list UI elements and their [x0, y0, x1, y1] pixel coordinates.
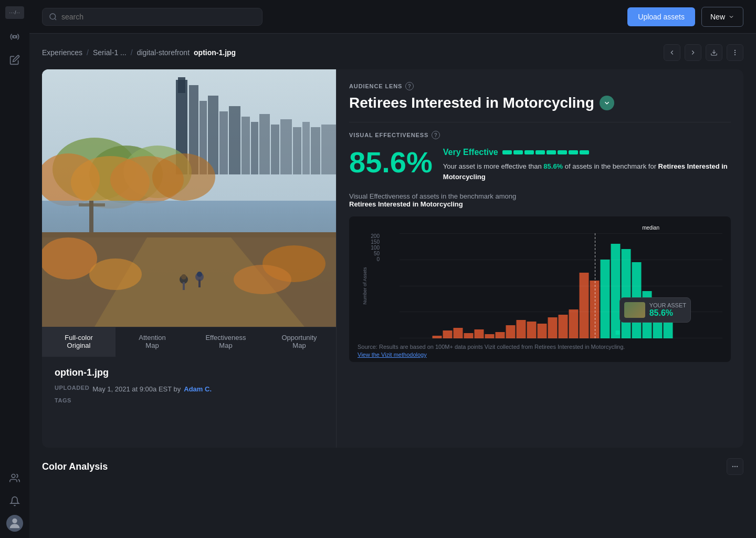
rating-bar-8	[580, 150, 589, 154]
breadcrumb-item-storefront[interactable]: digital-storefront	[137, 48, 190, 57]
tab-opportunity-map[interactable]: OpportunityMap	[262, 327, 336, 357]
svg-point-74	[737, 466, 738, 467]
bottom-actions	[727, 458, 743, 475]
svg-rect-62	[590, 281, 600, 338]
upload-assets-button[interactable]: Upload assets	[627, 7, 695, 26]
download-icon	[710, 49, 718, 56]
median-label: median	[642, 225, 659, 231]
asset-image	[42, 69, 336, 327]
svg-rect-51	[475, 329, 484, 338]
svg-rect-57	[538, 324, 547, 338]
breadcrumb-actions	[664, 44, 743, 61]
next-button[interactable]	[685, 44, 701, 61]
histogram-svg	[384, 233, 722, 338]
svg-point-73	[734, 466, 735, 467]
prev-button[interactable]	[664, 44, 680, 61]
new-button[interactable]: New	[701, 7, 743, 27]
svg-rect-64	[611, 244, 621, 338]
svg-rect-12	[219, 111, 228, 174]
svg-rect-69	[664, 323, 673, 338]
chart-title-bold: Retirees Interested in Motorcycling	[349, 200, 463, 208]
breadcrumb-item-serial[interactable]: Serial-1 ...	[93, 48, 127, 57]
svg-rect-42	[183, 282, 185, 290]
view-methodology-link[interactable]: View the Vizit methodology	[358, 351, 722, 358]
chevron-right-icon	[689, 49, 697, 56]
y-axis-label-container: Number of Assets	[358, 233, 368, 338]
visual-effectiveness-label: VISUAL EFFECTIVENESS ?	[349, 131, 731, 139]
sidebar-icon-bell[interactable]	[5, 492, 24, 511]
svg-rect-54	[506, 325, 516, 338]
search-box[interactable]	[42, 8, 262, 26]
svg-rect-34	[79, 203, 105, 206]
svg-point-0	[14, 36, 16, 38]
svg-point-7	[734, 55, 735, 55]
audience-title: Retirees Interested in Motorcycling	[349, 95, 731, 111]
rating-bar-5	[547, 150, 556, 154]
histogram-area: YOUR ASSET 85.6%	[384, 233, 722, 338]
rating-bar-3	[524, 150, 534, 154]
svg-point-3	[50, 14, 56, 19]
svg-rect-55	[517, 320, 526, 338]
svg-rect-22	[321, 125, 336, 174]
audience-lens-info-icon[interactable]: ?	[405, 82, 414, 90]
svg-point-72	[732, 466, 733, 467]
svg-rect-19	[293, 127, 301, 174]
tab-full-color[interactable]: Full-colorOriginal	[42, 327, 116, 357]
svg-rect-48	[443, 330, 453, 338]
chart-title: Visual Effectiveness of assets in the be…	[349, 192, 731, 208]
svg-rect-53	[496, 332, 505, 338]
svg-point-43	[181, 274, 186, 280]
breadcrumb-item-experiences[interactable]: Experiences	[42, 48, 82, 57]
bottom-header: Color Analysis	[42, 458, 743, 475]
topbar-actions: Upload assets New	[627, 7, 743, 27]
asset-meta: option-1.jpg UPLOADED May 1, 2021 at 9:0…	[42, 357, 336, 416]
breadcrumb: Experiences / Serial-1 ... / digital-sto…	[42, 34, 743, 69]
tab-effectiveness-map[interactable]: EffectivenessMap	[189, 327, 262, 357]
visual-effectiveness-info-icon[interactable]: ?	[432, 131, 440, 139]
rating-bar-4	[536, 150, 545, 154]
svg-point-40	[234, 265, 291, 294]
sidebar-icon-broadcast[interactable]	[5, 27, 24, 46]
svg-rect-49	[454, 328, 463, 338]
more-options-button[interactable]	[727, 44, 743, 61]
y-axis: 200 150 100 50 0	[368, 233, 384, 262]
download-button[interactable]	[706, 44, 722, 61]
audience-lens-label: AUDIENCE LENS ?	[349, 82, 731, 90]
bottom-more-button[interactable]	[727, 458, 743, 475]
chart-inner: Number of Assets 200 150 100 50 0	[358, 233, 722, 338]
audience-dropdown-button[interactable]	[600, 96, 614, 110]
ve-score: 85.6%	[349, 148, 433, 177]
tab-attention-map[interactable]: AttentionMap	[116, 327, 189, 357]
chart-container: median Number of Assets 200 150 1	[349, 216, 731, 362]
sidebar-icon-edit[interactable]	[5, 50, 24, 69]
svg-rect-21	[311, 127, 320, 174]
ve-highlight-pct: 85.6%	[543, 162, 563, 170]
svg-rect-59	[559, 315, 568, 338]
svg-point-5	[734, 50, 735, 50]
asset-left-panel: Full-colorOriginal AttentionMap Effectiv…	[42, 69, 336, 448]
ve-right: Very Effective	[443, 148, 731, 182]
chart-tooltip: YOUR ASSET 85.6%	[620, 297, 691, 323]
topbar: Upload assets New	[29, 0, 756, 34]
svg-rect-24	[178, 77, 185, 93]
svg-rect-16	[259, 114, 270, 174]
svg-point-1	[12, 474, 15, 478]
svg-rect-11	[208, 96, 218, 174]
search-input[interactable]	[61, 13, 256, 21]
rating-bar-1	[502, 150, 512, 154]
app-logo[interactable]: ···/··	[5, 6, 24, 19]
ve-description: Your asset is more effective than 85.6% …	[443, 161, 731, 182]
svg-rect-14	[242, 117, 250, 174]
user-avatar[interactable]	[6, 515, 23, 532]
divider-1	[349, 122, 731, 122]
asset-upload-info: UPLOADED May 1, 2021 at 9:00a EST by Ada…	[55, 385, 323, 393]
sidebar-icon-team[interactable]	[5, 469, 24, 488]
svg-point-31	[152, 153, 215, 201]
rating-bar-2	[513, 150, 523, 154]
rating-bars	[502, 150, 589, 154]
tooltip-text: YOUR ASSET 85.6%	[649, 302, 686, 318]
svg-rect-15	[251, 122, 258, 174]
svg-rect-17	[271, 125, 279, 174]
content-area: Experiences / Serial-1 ... / digital-sto…	[29, 34, 756, 538]
bottom-section-title: Color Analysis	[42, 461, 108, 472]
